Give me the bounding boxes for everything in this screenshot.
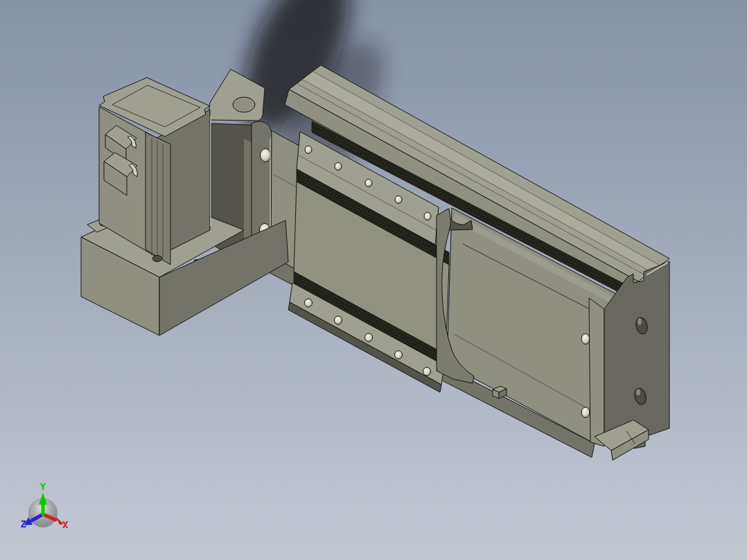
end-cap-hole-lower-glint [636, 389, 640, 396]
z-axis-label: Z [21, 518, 26, 530]
carriage-top-screw-4 [395, 196, 402, 204]
carriage-bottom-screw-3 [365, 333, 373, 342]
end-cap-rim [589, 298, 604, 446]
end-plate-screw-upper [261, 149, 271, 162]
x-axis-label: X [62, 519, 69, 530]
cad-viewport[interactable]: Z X Y [0, 0, 747, 560]
rail-side-hole-upper [581, 334, 590, 344]
carriage-top-screw-3 [365, 180, 372, 187]
bracket-bore-hole [233, 97, 255, 112]
carriage-bottom-screw-2 [335, 316, 342, 324]
end-cap-hole-upper-glint [638, 318, 642, 325]
channel-bottom-hole [152, 256, 162, 262]
motor-cable-channel [146, 132, 170, 265]
y-axis-label: Y [40, 481, 46, 492]
carriage-bottom-screw-1 [305, 299, 313, 307]
carriage-top-screw-1 [305, 146, 312, 154]
viewport-canvas[interactable]: Z X Y [0, 0, 747, 560]
carriage-top-screw-2 [335, 163, 342, 170]
carriage-top-screw-5 [424, 213, 431, 220]
carriage-bottom-screw-4 [395, 351, 403, 359]
rail-side-hole-lower [581, 408, 590, 418]
carriage-bottom-screw-5 [423, 367, 431, 376]
